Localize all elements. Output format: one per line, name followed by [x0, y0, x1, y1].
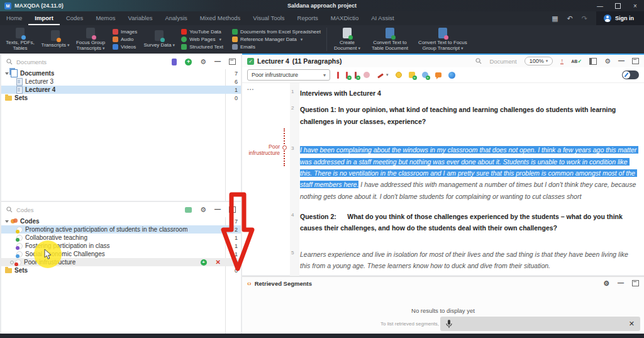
close-voice-bar-icon[interactable]: ✕: [629, 320, 635, 328]
youtube-data-button[interactable]: YouTube Data: [181, 29, 223, 35]
expand-icon[interactable]: [10, 261, 14, 264]
paragraph-4[interactable]: 4Question 2: What do you think of those …: [291, 211, 638, 234]
documents-popout-icon[interactable]: [229, 59, 236, 65]
menu-items: HomeImportCodesMemosVariablesAnalysisMix…: [0, 11, 401, 25]
excel-import-button[interactable]: Documents from Excel Spreadsheet: [232, 29, 321, 35]
chevron-down-icon[interactable]: [5, 220, 9, 223]
undo-coding-icon[interactable]: [364, 72, 370, 78]
quick-code-dropdown[interactable]: Poor infrustructure: [247, 69, 330, 81]
codes-root-row[interactable]: Codes 7: [1, 217, 241, 225]
menu-tab-mixed-methods[interactable]: Mixed Methods: [194, 11, 247, 25]
paragraph-3[interactable]: 3I have been complaining about the windo…: [291, 144, 638, 202]
browser-collapse-icon[interactable]: —: [618, 58, 625, 64]
codes-collapse-icon[interactable]: —: [214, 206, 221, 213]
spellcheck-icon[interactable]: AB: [571, 59, 582, 64]
texts-pdfs-tables-button[interactable]: Texts, PDFs, Tables: [3, 25, 38, 54]
undo-icon[interactable]: ↶: [567, 14, 573, 23]
paraphrase-icon[interactable]: [435, 72, 441, 77]
minimize-button[interactable]: —: [591, 0, 609, 11]
convert-text-to-focus-group-button[interactable]: Convert Text to Focus Group Transcript: [414, 25, 472, 54]
zoom-select[interactable]: 100%: [525, 57, 553, 65]
menu-tab-maxdictio[interactable]: MAXDictio: [325, 11, 365, 25]
emails-button[interactable]: Emails: [232, 44, 321, 50]
menu-tab-variables[interactable]: Variables: [122, 11, 159, 25]
coding-stripe[interactable]: [284, 128, 285, 166]
menu-tab-reports[interactable]: Reports: [291, 11, 325, 25]
documents-search-input[interactable]: Documents: [16, 59, 47, 65]
create-document-button[interactable]: Create Document: [328, 25, 366, 54]
documents-collapse-icon[interactable]: —: [214, 59, 221, 65]
menu-tab-visual-tools[interactable]: Visual Tools: [247, 11, 291, 25]
paragraph-text[interactable]: Question 2: What do you think of those c…: [300, 211, 638, 234]
paragraph-1[interactable]: 1Interviews with Lecturer 4: [291, 87, 638, 99]
activate-documents-icon[interactable]: [172, 59, 177, 65]
retrieved-popout-icon[interactable]: [632, 280, 639, 286]
audio-button[interactable]: Audio: [113, 37, 137, 42]
codes-settings-gear-icon[interactable]: ⚙: [200, 206, 206, 213]
color-coding-pen-icon[interactable]: [377, 72, 384, 79]
images-button[interactable]: Images: [113, 29, 137, 35]
menu-tab-codes[interactable]: Codes: [60, 11, 89, 25]
code-in-vivo-icon[interactable]: [355, 72, 357, 79]
code-new-icon[interactable]: [346, 72, 348, 79]
menu-tab-ai-assist[interactable]: AI Assist: [365, 11, 400, 25]
calculator-icon[interactable]: ▦: [552, 14, 558, 23]
ai-assist-icon[interactable]: [448, 72, 455, 79]
paragraph-5[interactable]: 5Learners experience and live in isolati…: [291, 249, 638, 272]
maximize-button[interactable]: [609, 0, 626, 11]
web-pages-button[interactable]: Web Pages: [181, 37, 223, 42]
document-search-input[interactable]: Document: [489, 58, 516, 65]
transcripts-button[interactable]: Transcripts: [38, 25, 73, 54]
menu-tab-import[interactable]: Import: [28, 11, 60, 25]
paragraph-2[interactable]: 2Question 1: In your opinion, what kind …: [291, 104, 638, 127]
survey-data-button[interactable]: Survey Data: [142, 25, 177, 54]
code-row-collaborative-teaching[interactable]: Collaborative teaching 1: [1, 234, 241, 242]
edit-mode-toggle[interactable]: [622, 70, 639, 79]
add-subcode-button[interactable]: +: [201, 259, 207, 266]
margin-options-menu[interactable]: ...: [247, 84, 254, 91]
paragraph-text[interactable]: Learners experience and live in isolatio…: [300, 249, 638, 272]
pen-dropdown-caret[interactable]: ▾: [386, 72, 389, 77]
emoticode-smiley-icon[interactable]: [396, 72, 402, 78]
convert-text-to-table-button[interactable]: Convert Text to Table Document: [366, 25, 414, 54]
document-row-lecturer-4[interactable]: Lecturer 4 1: [1, 86, 241, 94]
retrieved-settings-gear-icon[interactable]: ⚙: [603, 280, 609, 287]
code-row-promoting-participation[interactable]: Promoting active participation of studen…: [1, 225, 241, 234]
emoticode-new-icon[interactable]: [409, 72, 415, 78]
document-row-lecturer-3[interactable]: Lecturer 3 6: [1, 77, 241, 86]
reference-manager-button[interactable]: Reference Manager Data: [232, 37, 321, 42]
menu-tab-home[interactable]: Home: [0, 11, 28, 25]
close-button[interactable]: ×: [626, 0, 644, 11]
new-code-icon[interactable]: [185, 207, 192, 213]
voice-typing-bar[interactable]: ✕: [440, 317, 640, 331]
sign-in-button[interactable]: Sign in: [596, 11, 644, 25]
code-icon[interactable]: [337, 72, 339, 79]
code-sets-row[interactable]: Sets 0: [1, 266, 241, 274]
codes-search-input[interactable]: Codes: [16, 206, 33, 213]
redo-icon[interactable]: ↷: [582, 14, 587, 23]
document-sets-row[interactable]: Sets 0: [1, 94, 241, 102]
code-favorites-icon[interactable]: [422, 72, 428, 78]
documents-settings-gear-icon[interactable]: ⚙: [200, 59, 206, 65]
export-icon[interactable]: ↑: [560, 58, 564, 64]
menu-tab-memos[interactable]: Memos: [89, 11, 121, 25]
paragraph-text[interactable]: I have been complaining about the window…: [300, 144, 638, 202]
document-system-panel: Documents + ⚙ — Documents 7 Lecturer 3 6…: [1, 54, 241, 201]
chevron-down-icon[interactable]: [5, 72, 9, 75]
browser-settings-gear-icon[interactable]: ⚙: [604, 58, 611, 65]
menu-tab-analysis[interactable]: Analysis: [158, 11, 193, 25]
new-document-button[interactable]: +: [185, 59, 192, 65]
retrieved-collapse-icon[interactable]: —: [618, 280, 624, 286]
focus-group-transcripts-button[interactable]: Focus Group Transcripts: [73, 25, 108, 54]
documents-root-row[interactable]: Documents 7: [1, 69, 241, 77]
document-icon: [16, 86, 23, 94]
search-icon: [6, 206, 13, 213]
margin-code-label[interactable]: Poor infrustructure: [242, 144, 280, 156]
sidebar-view-icon[interactable]: [589, 58, 597, 65]
paragraph-text[interactable]: Question 1: In your opinion, what kind o…: [300, 104, 638, 127]
structured-text-button[interactable]: Structured Text: [181, 44, 223, 50]
delete-code-button[interactable]: ✕: [216, 259, 221, 266]
browser-popout-icon[interactable]: [632, 58, 639, 64]
paragraph-text[interactable]: Interviews with Lecturer 4: [300, 87, 638, 99]
videos-button[interactable]: Videos: [113, 44, 137, 50]
